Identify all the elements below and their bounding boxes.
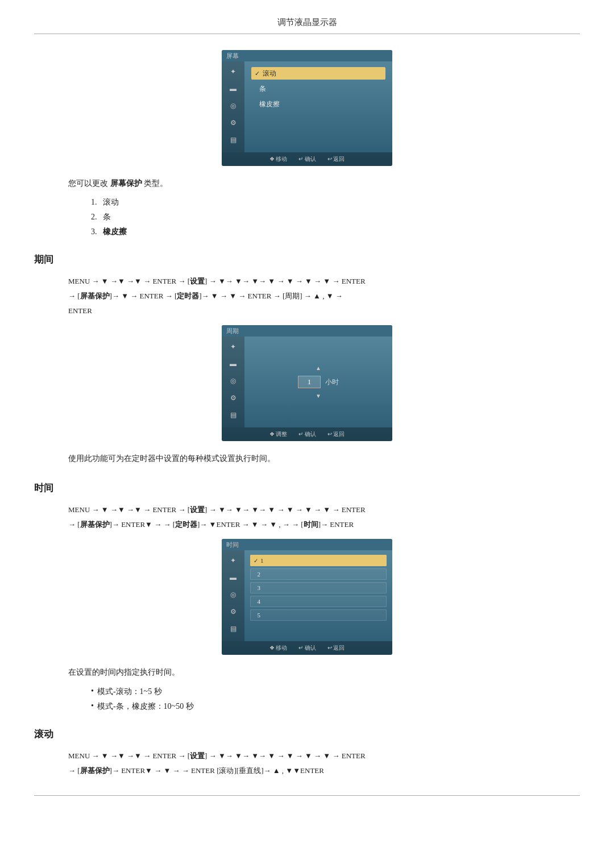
time-label-2: 2 xyxy=(258,571,261,578)
section-time: 时间 MENU → ▼ →▼ →▼ → ENTER → [设置] → ▼→ ▼→… xyxy=(34,481,580,711)
scroll-heading: 滚动 xyxy=(34,728,580,741)
monitor-title-label-1: 屏幕 xyxy=(226,52,239,60)
bullet-scroll-text: 模式-滚动：1~5 秒 xyxy=(97,687,162,697)
p-sidebar-icon-1: ✦ xyxy=(227,342,239,351)
t-sidebar-icon-1: ✦ xyxy=(227,556,239,565)
time-row-3: 3 xyxy=(250,582,387,593)
bottom-rule xyxy=(34,795,580,796)
monitor-panel-2: 周期 ✦ ▬ ◎ ⚙ ▤ ▲ 1 小时 xyxy=(222,325,392,441)
footer-return-1: ↩ 返回 xyxy=(327,155,345,163)
footer-move-1: ❖ 移动 xyxy=(269,155,288,163)
period-nav: MENU → ▼ →▼ →▼ → ENTER → [设置] → ▼→ ▼→ ▼→… xyxy=(68,274,580,318)
time-label-3: 3 xyxy=(258,584,261,591)
t-sidebar-icon-4: ⚙ xyxy=(227,607,239,616)
p-sidebar-icon-5: ▤ xyxy=(227,410,239,420)
period-desc: 使用此功能可为在定时器中设置的每种模式设置执行时间。 xyxy=(68,451,580,466)
footer-enter-3: ↵ 确认 xyxy=(298,644,316,652)
time-check-1: ✓ xyxy=(254,558,258,564)
time-label-4: 4 xyxy=(258,598,261,605)
menu-row-bar: 条 xyxy=(251,82,385,95)
time-monitor-ui: 时间 ✦ ▬ ◎ ⚙ ▤ ✓ 1 xyxy=(222,539,392,655)
p-sidebar-icon-3: ◎ xyxy=(227,376,239,385)
period-box: 1 小时 xyxy=(298,376,339,388)
time-list: ✓ 1 2 3 4 xyxy=(244,550,392,641)
p-sidebar-icon-2: ▬ xyxy=(227,359,239,368)
sidebar-icon-2: ▬ xyxy=(227,84,239,93)
period-number: 1 xyxy=(298,376,321,388)
monitor-titlebar-2: 周期 xyxy=(222,325,392,337)
menu-label-scroll: 滚动 xyxy=(263,69,276,78)
period-monitor-ui: 周期 ✦ ▬ ◎ ⚙ ▤ ▲ 1 小时 xyxy=(222,325,392,441)
monitor-body-1: ✦ ▬ ◎ ⚙ ▤ ✓ 滚动 条 xyxy=(222,61,392,152)
section-period: 期间 MENU → ▼ →▼ →▼ → ENTER → [设置] → ▼→ ▼→… xyxy=(34,253,580,466)
p-sidebar-icon-4: ⚙ xyxy=(227,393,239,402)
period-arrow-down: ▼ xyxy=(316,393,321,399)
period-arrow-up: ▲ xyxy=(316,365,321,371)
time-row-1: ✓ 1 xyxy=(250,555,387,566)
monitor-sidebar-2: ✦ ▬ ◎ ⚙ ▤ xyxy=(222,337,244,427)
menu-row-scroll: ✓ 滚动 xyxy=(251,67,385,80)
time-check-5 xyxy=(254,612,255,618)
time-label-5: 5 xyxy=(258,612,261,618)
screensaver-monitor-ui: 屏幕 ✦ ▬ ◎ ⚙ ▤ ✓ 滚动 xyxy=(222,50,392,166)
period-heading: 期间 xyxy=(34,253,580,266)
monitor-titlebar-3: 时间 xyxy=(222,539,392,550)
monitor-title-label-2: 周期 xyxy=(226,327,239,335)
monitor-title-label-3: 时间 xyxy=(226,541,239,549)
monitor-titlebar-1: 屏幕 xyxy=(222,50,392,61)
footer-enter-2: ↵ 确认 xyxy=(298,430,316,438)
list-item-2: 2. 条 xyxy=(91,212,580,222)
monitor-body-3: ✦ ▬ ◎ ⚙ ▤ ✓ 1 2 xyxy=(222,550,392,641)
monitor-content-1: ✓ 滚动 条 橡皮擦 xyxy=(244,61,392,152)
screensaver-intro: 您可以更改 屏幕保护 类型。 xyxy=(68,176,580,190)
scroll-nav: MENU → ▼ →▼ →▼ → ENTER → [设置] → ▼→ ▼→ ▼→… xyxy=(68,749,580,778)
page-container: 调节液晶显示器 屏幕 ✦ ▬ ◎ ⚙ ▤ xyxy=(0,0,614,868)
period-content: ▲ 1 小时 ▼ xyxy=(244,337,392,427)
bullet-bar-eraser: 模式-条，橡皮擦：10~50 秒 xyxy=(91,701,580,712)
footer-move-3: ❖ 移动 xyxy=(269,644,288,652)
monitor-footer-2: ❖ 调整 ↵ 确认 ↩ 返回 xyxy=(222,427,392,441)
monitor-panel-3: 时间 ✦ ▬ ◎ ⚙ ▤ ✓ 1 xyxy=(222,539,392,655)
time-row-2: 2 xyxy=(250,568,387,580)
time-nav: MENU → ▼ →▼ →▼ → ENTER → [设置] → ▼→ ▼→ ▼→… xyxy=(68,502,580,532)
bullet-scroll: 模式-滚动：1~5 秒 xyxy=(91,687,580,697)
list-item-3: 3. 橡皮擦 xyxy=(91,227,580,237)
menu-label-bar: 条 xyxy=(259,84,266,94)
bullet-bar-eraser-text: 模式-条，橡皮擦：10~50 秒 xyxy=(97,701,194,712)
time-row-5: 5 xyxy=(250,609,387,621)
menu-label-eraser: 橡皮擦 xyxy=(259,99,280,109)
check-icon-scroll: ✓ xyxy=(255,70,260,77)
page-title: 调节液晶显示器 xyxy=(34,17,580,34)
monitor-sidebar-3: ✦ ▬ ◎ ⚙ ▤ xyxy=(222,550,244,641)
section-screensaver: 屏幕 ✦ ▬ ◎ ⚙ ▤ ✓ 滚动 xyxy=(34,50,580,237)
time-desc: 在设置的时间内指定执行时间。 xyxy=(68,665,580,679)
menu-row-eraser: 橡皮擦 xyxy=(251,98,385,110)
t-sidebar-icon-5: ▤ xyxy=(227,624,239,633)
monitor-panel-1: 屏幕 ✦ ▬ ◎ ⚙ ▤ ✓ 滚动 xyxy=(222,50,392,166)
sidebar-icon-5: ▤ xyxy=(227,135,239,144)
monitor-sidebar-1: ✦ ▬ ◎ ⚙ ▤ xyxy=(222,61,244,152)
check-icon-eraser xyxy=(255,101,256,107)
monitor-body-2: ✦ ▬ ◎ ⚙ ▤ ▲ 1 小时 ▼ xyxy=(222,337,392,427)
footer-return-2: ↩ 返回 xyxy=(327,430,345,438)
t-sidebar-icon-2: ▬ xyxy=(227,573,239,582)
period-unit: 小时 xyxy=(325,377,339,387)
sidebar-icon-1: ✦ xyxy=(227,67,239,76)
footer-move-2: ❖ 调整 xyxy=(269,430,288,438)
sidebar-icon-3: ◎ xyxy=(227,101,239,110)
time-label-1: 1 xyxy=(260,557,264,564)
footer-return-3: ↩ 返回 xyxy=(327,644,345,652)
check-icon-bar xyxy=(255,85,256,92)
section-scroll: 滚动 MENU → ▼ →▼ →▼ → ENTER → [设置] → ▼→ ▼→… xyxy=(34,728,580,778)
t-sidebar-icon-3: ◎ xyxy=(227,590,239,599)
sidebar-icon-4: ⚙ xyxy=(227,118,239,127)
time-check-2 xyxy=(254,571,255,578)
footer-enter-1: ↵ 确认 xyxy=(298,155,316,163)
time-heading: 时间 xyxy=(34,481,580,495)
time-check-3 xyxy=(254,585,255,591)
monitor-footer-3: ❖ 移动 ↵ 确认 ↩ 返回 xyxy=(222,641,392,655)
list-item-1: 1. 滚动 xyxy=(91,197,580,207)
time-check-4 xyxy=(254,599,255,605)
monitor-footer-1: ❖ 移动 ↵ 确认 ↩ 返回 xyxy=(222,152,392,166)
time-row-4: 4 xyxy=(250,596,387,607)
